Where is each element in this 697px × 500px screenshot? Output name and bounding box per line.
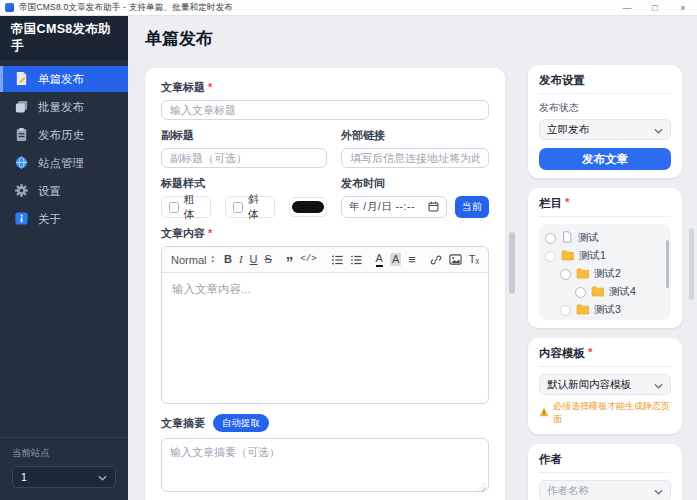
bullet-list-button[interactable] bbox=[350, 254, 362, 266]
background-color-button[interactable]: A bbox=[390, 253, 401, 266]
text-color-button[interactable]: A bbox=[376, 253, 383, 267]
bold-button[interactable]: B bbox=[224, 254, 232, 265]
image-button[interactable] bbox=[449, 253, 462, 266]
page-scrollbar-thumb[interactable] bbox=[689, 228, 694, 300]
underline-button[interactable]: U bbox=[250, 254, 258, 265]
color-swatch bbox=[292, 201, 324, 213]
clear-format-button[interactable]: Tₓ bbox=[469, 254, 479, 265]
brand-title: 帝国CMS8发布助手 bbox=[0, 16, 128, 60]
subtitle-label: 副标题 bbox=[161, 128, 327, 143]
tree-scrollbar-thumb[interactable] bbox=[666, 240, 669, 288]
page-title: 单篇发布 bbox=[145, 27, 520, 50]
publish-status-select[interactable]: 立即发布 bbox=[539, 119, 671, 140]
sidebar: 帝国CMS8发布助手 单篇发布 批量发布 发布历史 站点管理 设置 bbox=[0, 16, 128, 500]
sidebar-item-label: 批量发布 bbox=[38, 100, 84, 115]
main-scrollbar-thumb[interactable] bbox=[509, 232, 515, 294]
title-color-picker[interactable] bbox=[289, 197, 327, 217]
summary-textarea[interactable] bbox=[161, 438, 489, 492]
close-button[interactable]: × bbox=[669, 0, 697, 15]
tree-item[interactable]: 测试 bbox=[545, 229, 665, 247]
checkbox-box bbox=[169, 202, 179, 213]
radio-button[interactable] bbox=[560, 269, 571, 280]
tree-item[interactable]: 测试4 bbox=[545, 283, 665, 301]
app-icon bbox=[5, 3, 14, 12]
sidebar-item-about[interactable]: 关于 bbox=[0, 206, 128, 232]
folder-icon bbox=[591, 285, 604, 299]
sidebar-item-label: 关于 bbox=[38, 212, 61, 227]
history-clipboard-icon bbox=[14, 127, 29, 144]
link-button[interactable] bbox=[430, 254, 442, 266]
required-mark: * bbox=[208, 81, 212, 93]
italic-checkbox[interactable]: 斜体 bbox=[225, 196, 275, 218]
external-link-label: 外部链接 bbox=[341, 128, 489, 143]
radio-button[interactable] bbox=[575, 287, 586, 298]
required-mark: * bbox=[565, 196, 569, 211]
article-content-label: 文章内容* bbox=[161, 226, 489, 241]
now-button[interactable]: 当前 bbox=[455, 196, 489, 218]
tree-item[interactable]: 测试1 bbox=[545, 247, 665, 265]
category-title: 栏目* bbox=[539, 196, 671, 217]
publish-time-input[interactable]: 年 /月/日 --:-- bbox=[341, 196, 447, 218]
tree-item-label: 测试 bbox=[578, 231, 599, 245]
required-mark: * bbox=[588, 346, 592, 361]
warning-icon bbox=[539, 407, 549, 419]
article-title-label: 文章标题* bbox=[161, 80, 489, 95]
chevron-down-icon bbox=[654, 485, 663, 497]
subtitle-input[interactable] bbox=[161, 148, 327, 168]
template-warning: 必须选择模板才能生成静态页面 bbox=[539, 400, 671, 426]
editor-content-area[interactable]: 输入文章内容... bbox=[162, 273, 488, 403]
publish-time-value: 年 /月/日 --:-- bbox=[349, 200, 424, 214]
sidebar-item-single-publish[interactable]: 单篇发布 bbox=[0, 66, 128, 92]
sidebar-item-publish-history[interactable]: 发布历史 bbox=[0, 122, 128, 148]
author-placeholder: 作者名称 bbox=[547, 484, 589, 498]
external-link-input[interactable] bbox=[341, 148, 489, 168]
format-select[interactable]: Normal ▲▼ bbox=[171, 254, 215, 266]
required-mark: * bbox=[208, 227, 212, 239]
publish-status-label: 发布状态 bbox=[539, 101, 671, 115]
italic-button[interactable]: I bbox=[239, 254, 243, 265]
tree-item[interactable]: 测试2 bbox=[545, 265, 665, 283]
main-content: 单篇发布 文章标题* 副标题 外部链接 标题样式 bbox=[128, 16, 520, 500]
current-site-box: 当前站点 1 bbox=[0, 437, 128, 500]
sidebar-item-label: 站点管理 bbox=[38, 156, 84, 171]
category-card: 栏目* 测试 测试1 测试2 bbox=[528, 188, 682, 328]
chevron-down-icon bbox=[654, 379, 663, 391]
stack-icon bbox=[14, 99, 29, 116]
radio-button[interactable] bbox=[545, 251, 556, 262]
strikethrough-button[interactable]: S bbox=[265, 254, 272, 265]
template-warning-text: 必须选择模板才能生成静态页面 bbox=[553, 400, 671, 426]
maximize-button[interactable]: □ bbox=[641, 0, 669, 15]
calendar-icon[interactable] bbox=[428, 201, 439, 214]
rich-text-editor: Normal ▲▼ B I U S ” </> A A ≡ bbox=[161, 246, 489, 404]
code-block-button[interactable]: </> bbox=[300, 255, 316, 264]
current-site-select[interactable]: 1 bbox=[12, 466, 116, 488]
minimize-button[interactable]: — bbox=[613, 0, 641, 15]
radio-button[interactable] bbox=[545, 233, 556, 244]
current-site-label: 当前站点 bbox=[12, 447, 116, 460]
tree-item[interactable]: 测试3 bbox=[545, 301, 665, 319]
app-window: 帝国CMS8.0文章发布助手 - 支持单篇、批量和定时发布 — □ × 帝国CM… bbox=[0, 0, 697, 500]
sidebar-item-batch-publish[interactable]: 批量发布 bbox=[0, 94, 128, 120]
chevron-down-icon bbox=[98, 471, 107, 483]
publish-settings-title: 发布设置 bbox=[539, 73, 671, 94]
radio-button[interactable] bbox=[560, 305, 571, 316]
author-select[interactable]: 作者名称 bbox=[539, 480, 671, 500]
author-card: 作者 作者名称 bbox=[528, 444, 682, 500]
article-title-input[interactable] bbox=[161, 100, 489, 120]
sidebar-item-settings[interactable]: 设置 bbox=[0, 178, 128, 204]
publish-article-button[interactable]: 发布文章 bbox=[539, 148, 671, 170]
publish-status-value: 立即发布 bbox=[547, 123, 589, 137]
sidebar-item-site-management[interactable]: 站点管理 bbox=[0, 150, 128, 176]
format-select-value: Normal bbox=[171, 254, 206, 266]
sidebar-item-label: 发布历史 bbox=[38, 128, 84, 143]
ordered-list-button[interactable] bbox=[331, 254, 343, 266]
bold-checkbox[interactable]: 粗体 bbox=[161, 196, 211, 218]
chevron-down-icon bbox=[654, 124, 663, 136]
publish-settings-card: 发布设置 发布状态 立即发布 发布文章 bbox=[528, 65, 682, 178]
content-template-select[interactable]: 默认新闻内容模板 bbox=[539, 374, 671, 395]
blockquote-button[interactable]: ” bbox=[286, 254, 294, 269]
align-button[interactable]: ≡ bbox=[408, 253, 416, 266]
auto-extract-button[interactable]: 自动提取 bbox=[213, 414, 269, 432]
window-title: 帝国CMS8.0文章发布助手 - 支持单篇、批量和定时发布 bbox=[19, 2, 233, 14]
tree-item[interactable]: 测试5 bbox=[545, 319, 665, 320]
